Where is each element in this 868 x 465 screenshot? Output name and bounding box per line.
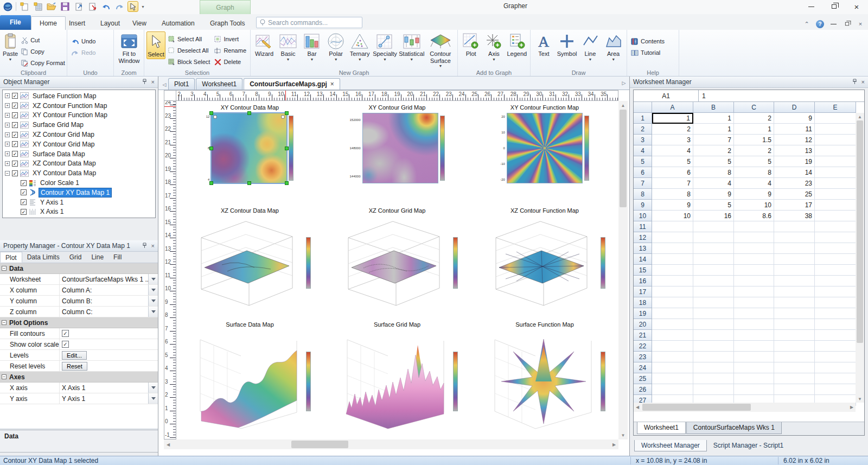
invert-button[interactable]: Invert xyxy=(213,34,248,44)
cell-D11[interactable] xyxy=(774,221,815,232)
cell-A9[interactable]: 9 xyxy=(652,200,693,211)
show-color-scale-checkbox[interactable]: ✓ xyxy=(62,341,69,348)
cell-A25[interactable] xyxy=(652,373,693,384)
close-panel-icon[interactable]: × xyxy=(861,79,865,85)
tree-item-label[interactable]: XY Contour Function Map xyxy=(31,111,109,119)
cell-A12[interactable] xyxy=(652,232,693,243)
save-icon[interactable] xyxy=(60,1,71,12)
cell-C18[interactable] xyxy=(734,297,774,308)
plot-xy-contour-data-map[interactable] xyxy=(211,113,287,183)
plot-surface-grid-map[interactable] xyxy=(336,330,451,433)
cell-E9[interactable] xyxy=(815,200,856,211)
row-header-13[interactable]: 13 xyxy=(634,243,652,254)
x-column-dropdown[interactable]: Column A: xyxy=(60,285,158,295)
scroll-down-icon[interactable]: ▼ xyxy=(856,396,864,402)
row-header-4[interactable]: 4 xyxy=(634,145,652,156)
worksheet-dropdown[interactable]: ContourSurfaceMaps Wks 1 ... xyxy=(60,274,158,284)
x-axis-dropdown[interactable]: X Axis 1 xyxy=(60,383,158,393)
delete-button[interactable]: Delete xyxy=(213,56,248,67)
checkbox[interactable]: ✓ xyxy=(21,199,27,205)
contents-button[interactable]: Contents xyxy=(629,36,676,47)
worksheet-horizontal-scrollbar[interactable]: ◀ ▶ xyxy=(634,403,856,412)
row-header-12[interactable]: 12 xyxy=(634,232,652,243)
cell-E8[interactable] xyxy=(815,189,856,200)
row-header-21[interactable]: 21 xyxy=(634,330,652,341)
row-header-11[interactable]: 11 xyxy=(634,221,652,232)
checkbox[interactable]: ✓ xyxy=(12,151,18,157)
scroll-down-icon[interactable]: ▼ xyxy=(618,431,628,439)
tab-layout[interactable]: Layout xyxy=(92,17,128,30)
cell-A5[interactable]: 5 xyxy=(652,156,693,167)
expander-icon[interactable]: + xyxy=(5,151,10,156)
tab-plot[interactable]: Plot xyxy=(0,252,22,263)
cell-A3[interactable]: 3 xyxy=(652,135,693,145)
collapse-icon[interactable]: − xyxy=(2,320,7,325)
cell-E25[interactable] xyxy=(815,373,856,384)
expander-icon[interactable]: + xyxy=(5,93,10,98)
cell-B25[interactable] xyxy=(693,373,734,384)
cell-C10[interactable]: 8.6 xyxy=(734,211,774,221)
color-scale[interactable] xyxy=(440,116,445,181)
tree-item-label[interactable]: XZ Contour Grid Map xyxy=(31,130,96,139)
color-scale[interactable] xyxy=(453,352,458,411)
row-header-18[interactable]: 18 xyxy=(634,297,652,308)
cell-C17[interactable] xyxy=(734,286,774,297)
tab-insert[interactable]: Insert xyxy=(61,17,93,30)
deselect-all-button[interactable]: Deselect All xyxy=(167,45,212,56)
cell-B18[interactable] xyxy=(693,297,734,308)
row-header-10[interactable]: 10 xyxy=(634,211,652,221)
minimize-button[interactable] xyxy=(800,0,822,13)
cell-B12[interactable] xyxy=(693,232,734,243)
tab-line[interactable]: Line xyxy=(86,252,108,263)
z-column-dropdown[interactable]: Column C: xyxy=(60,307,158,317)
new-document-icon[interactable] xyxy=(19,1,30,12)
tab-scroll-right-icon[interactable]: ▷ xyxy=(620,78,628,88)
cell-B7[interactable]: 4 xyxy=(693,178,734,189)
color-scale[interactable] xyxy=(584,116,589,181)
cell-A20[interactable] xyxy=(652,319,693,330)
doc-tab-worksheet1[interactable]: Worksheet1 xyxy=(196,78,242,90)
cell-E13[interactable] xyxy=(815,243,856,254)
tab-automation[interactable]: Automation xyxy=(154,17,203,30)
row-header-9[interactable]: 9 xyxy=(634,200,652,211)
cell-E1[interactable] xyxy=(815,113,856,124)
cell-D13[interactable] xyxy=(774,243,815,254)
tree-item-label[interactable]: XZ Contour Function Map xyxy=(31,101,108,110)
undo-button[interactable]: Undo xyxy=(69,36,111,47)
cell-B23[interactable] xyxy=(693,352,734,362)
row-header-19[interactable]: 19 xyxy=(634,308,652,319)
cell-value-box[interactable]: 1 xyxy=(699,90,864,101)
restore-button[interactable] xyxy=(822,0,845,13)
cell-A26[interactable] xyxy=(652,384,693,395)
block-select-button[interactable]: Block Select xyxy=(167,56,212,67)
cell-B6[interactable]: 8 xyxy=(693,167,734,178)
redo-button[interactable]: Redo xyxy=(69,47,111,58)
dropdown-icon[interactable] xyxy=(148,307,158,317)
cell-reference-box[interactable]: A1 xyxy=(634,90,699,101)
cell-A10[interactable]: 10 xyxy=(652,211,693,221)
row-header-14[interactable]: 14 xyxy=(634,254,652,265)
cell-A8[interactable]: 8 xyxy=(652,189,693,200)
cell-E2[interactable] xyxy=(815,124,856,135)
tree-item[interactable]: +✓XY Contour Function Map xyxy=(3,111,155,120)
cell-E3[interactable] xyxy=(815,135,856,145)
checkbox[interactable]: ✓ xyxy=(12,132,18,138)
cell-C25[interactable] xyxy=(734,373,774,384)
row-header-25[interactable]: 25 xyxy=(634,373,652,384)
wizard-button[interactable]: Wizard xyxy=(253,31,276,58)
y-column-dropdown[interactable]: Column B: xyxy=(60,296,158,306)
cell-D21[interactable] xyxy=(774,330,815,341)
cell-D20[interactable] xyxy=(774,319,815,330)
cell-E16[interactable] xyxy=(815,276,856,286)
tree-item-label[interactable]: XY Contour Data Map xyxy=(31,169,98,177)
expander-icon[interactable]: + xyxy=(5,142,10,146)
tab-data-limits[interactable]: Data Limits xyxy=(22,252,65,263)
cell-C16[interactable] xyxy=(734,276,774,286)
tree-item-label[interactable]: Y Axis 1 xyxy=(39,198,65,207)
tab-file[interactable]: File xyxy=(0,15,31,30)
doc-tab-plot1[interactable]: Plot1 xyxy=(168,78,195,90)
ternary-graph-button[interactable]: Ternary▼ xyxy=(348,31,371,62)
cell-C15[interactable] xyxy=(734,265,774,276)
pointer-tool-icon[interactable] xyxy=(127,1,138,12)
checkbox[interactable]: ✓ xyxy=(21,189,27,195)
